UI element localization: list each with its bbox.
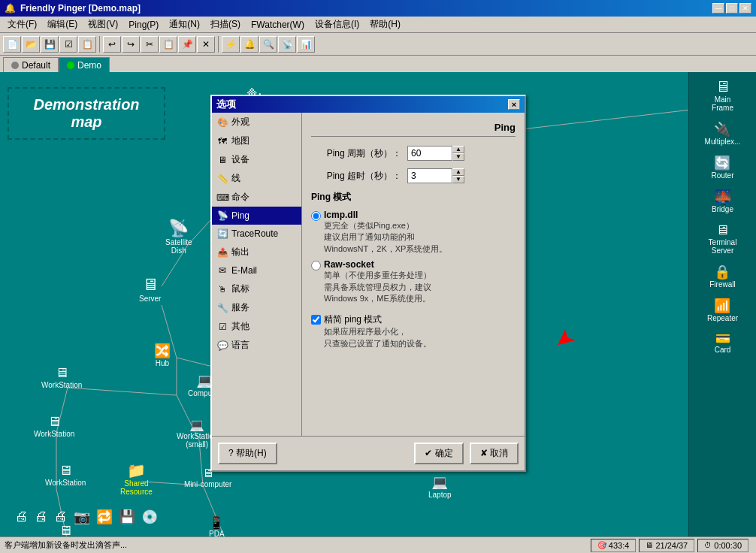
device-server[interactable]: 🖥 Server (139, 275, 161, 303)
menu-view[interactable]: 视图(V) (83, 17, 122, 32)
device-workstation-1[interactable]: 🖥 WorkStation (41, 365, 82, 389)
simple-ping-label: 精简 ping 模式 (324, 313, 431, 326)
toolbar-search[interactable]: 🔍 (259, 36, 277, 53)
toolbar-export[interactable]: 📊 (297, 36, 315, 53)
toolbar-cut[interactable]: ✂ (141, 36, 159, 53)
tab-demo[interactable]: Demo (59, 57, 110, 72)
ping-timeout-down[interactable]: ▼ (452, 176, 464, 183)
cancel-button[interactable]: ✘ 取消 (470, 443, 519, 464)
device-firewall[interactable]: 🔒 Firewall (709, 264, 735, 289)
ping-timeout-up[interactable]: ▲ (452, 168, 464, 176)
menu-help[interactable]: 帮助(H) (365, 17, 405, 32)
toolbar-new[interactable]: 📄 (3, 36, 21, 53)
toolbar-redo[interactable]: ↪ (122, 36, 140, 53)
dialog-body: 🎨 外观 🗺 地图 🖥 设备 📏 线 ⌨ 命令 (212, 113, 525, 436)
device-shared-resource[interactable]: 📁 SharedResource (120, 461, 153, 496)
toolbar-check[interactable]: ☑ (59, 36, 77, 53)
simple-ping-checkbox[interactable] (311, 315, 321, 325)
cat-map[interactable]: 🗺 地图 (212, 131, 301, 150)
cat-ping[interactable]: 📡 Ping (212, 207, 301, 225)
cat-email[interactable]: ✉ E-Mail (212, 261, 301, 280)
ping-period-up[interactable]: ▲ (452, 146, 464, 153)
device-terminal-server[interactable]: 🖥 TerminalServer (709, 222, 737, 255)
cat-line[interactable]: 📏 线 (212, 169, 301, 188)
cat-command[interactable]: ⌨ 命令 (212, 188, 301, 207)
ping-period-input[interactable] (407, 146, 452, 161)
cat-output[interactable]: 📤 输出 (212, 243, 301, 261)
toolbar-alert[interactable]: 🔔 (240, 36, 259, 53)
ok-button[interactable]: ✔ 确定 (414, 443, 463, 464)
icmp-label: Icmp.dll (324, 210, 447, 220)
menu-device-info[interactable]: 设备信息(I) (310, 17, 364, 32)
device-pda[interactable]: 📱 PDA (209, 515, 225, 536)
device-workstation-3[interactable]: 🖥 WorkStation (45, 463, 86, 487)
cat-traceroute[interactable]: 🔄 TraceRoute (212, 225, 301, 243)
toolbar-delete[interactable]: ✕ (197, 36, 215, 53)
command-icon: ⌨ (216, 192, 228, 204)
cat-device[interactable]: 🖥 设备 (212, 150, 301, 169)
email-icon: ✉ (216, 264, 228, 276)
menu-scan[interactable]: 扫描(S) (206, 17, 245, 32)
device-icon: 🖥 (216, 154, 228, 166)
service-icon: 🔧 (216, 302, 228, 314)
arrow-to-simple: ➤ (550, 325, 579, 355)
icmp-radio-row: Icmp.dll 更完全（类似Ping.exe） 建议启用了通知功能的和 Win… (311, 210, 516, 255)
language-icon: 💬 (216, 340, 228, 352)
help-button[interactable]: ? 帮助(H) (218, 443, 277, 464)
device-multiplex[interactable]: 🔌 Multiplex... (705, 121, 741, 146)
menu-bar: 文件(F) 编辑(E) 视图(V) Ping(P) 通知(N) 扫描(S) FW… (0, 17, 756, 33)
ping-period-down[interactable]: ▼ (452, 153, 464, 161)
ping-timeout-input[interactable] (407, 168, 452, 183)
status-timer: ⏱ 0:00:30 (697, 539, 748, 552)
device-hub[interactable]: 🔀 Hub (154, 343, 171, 367)
ping-timeout-label: Ping 超时（秒）： (311, 170, 401, 183)
tab-bar: Default Demo (0, 56, 756, 72)
status-coords: 🎯 433:4 (591, 539, 637, 552)
toolbar-undo[interactable]: ↩ (103, 36, 121, 53)
device-repeater[interactable]: 📶 Repeater (707, 298, 738, 322)
cat-appearance[interactable]: 🎨 外观 (212, 113, 301, 131)
toolbar-copy[interactable]: 📋 (159, 36, 177, 53)
other-icon: ☑ (216, 321, 228, 333)
map-icon: 🗺 (216, 135, 228, 147)
menu-file[interactable]: 文件(F) (3, 17, 41, 32)
output-icon: 📤 (216, 246, 228, 258)
tab-default[interactable]: Default (3, 57, 59, 72)
menu-notify[interactable]: 通知(N) (165, 17, 204, 32)
device-workstation-2[interactable]: 🖥 WorkStation (34, 414, 74, 438)
device-satellite-dish[interactable]: 📡 SatelliteDish (165, 219, 192, 255)
cat-other[interactable]: ☑ 其他 (212, 317, 301, 336)
toolbar-file[interactable]: 📋 (78, 36, 96, 53)
toolbar-save[interactable]: 💾 (41, 36, 59, 53)
ping-timeout-spinbox[interactable]: ▲ ▼ (407, 168, 464, 183)
device-laptop[interactable]: 💻 Laptop (428, 474, 452, 499)
toolbar-ping[interactable]: ⚡ (222, 36, 240, 53)
menu-ping[interactable]: Ping(P) (124, 18, 163, 32)
dialog-title-text: 选项 (216, 98, 236, 111)
device-card[interactable]: 💳 Card (715, 331, 731, 354)
close-button[interactable]: ✕ (739, 3, 751, 14)
cat-language[interactable]: 💬 语言 (212, 336, 301, 355)
toolbar-paste[interactable]: 📌 (178, 36, 196, 53)
traceroute-icon: 🔄 (216, 228, 228, 240)
line-icon: 📏 (216, 173, 228, 185)
ping-period-spinbox[interactable]: ▲ ▼ (407, 146, 464, 161)
device-mainframe[interactable]: 🖥 MainFrame (712, 78, 733, 112)
toolbar-trace[interactable]: 📡 (278, 36, 296, 53)
maximize-button[interactable]: □ (726, 3, 738, 14)
menu-fwatcher[interactable]: FWatcher(W) (246, 18, 309, 32)
raw-socket-radio[interactable] (311, 261, 321, 270)
menu-edit[interactable]: 编辑(E) (43, 17, 82, 32)
cat-service[interactable]: 🔧 服务 (212, 298, 301, 317)
device-bridge[interactable]: 🌉 Bridge (712, 189, 733, 213)
minimize-button[interactable]: — (712, 3, 724, 14)
options-dialog: 选项 × 🎨 外观 🗺 地图 🖥 设备 📏 (210, 95, 526, 472)
toolbar: 📄 📂 💾 ☑ 📋 ↩ ↪ ✂ 📋 📌 ✕ ⚡ 🔔 🔍 📡 📊 (0, 33, 756, 56)
toolbar-sep2 (218, 36, 219, 53)
dialog-close-button[interactable]: × (508, 99, 520, 110)
icmp-radio[interactable] (311, 211, 321, 221)
toolbar-open[interactable]: 📂 (22, 36, 40, 53)
device-router[interactable]: 🔄 Router (711, 155, 733, 180)
cat-mouse[interactable]: 🖱 鼠标 (212, 280, 301, 298)
icmp-desc: 更完全（类似Ping.exe） 建议启用了通知功能的和 WindowsNT，2K… (324, 220, 447, 255)
